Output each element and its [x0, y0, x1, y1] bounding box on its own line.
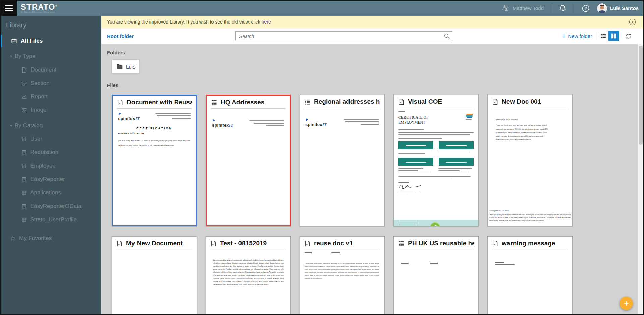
sidebar-group-label: By Catalog — [15, 122, 43, 129]
table-icon — [398, 240, 405, 247]
sidebar-item-easyreporter[interactable]: EasyReporter — [1, 173, 101, 186]
catalog-icon — [21, 136, 27, 142]
file-preview: Lorem ipsum dolor sit amet, consectetur … — [300, 250, 384, 314]
catalog-icon — [21, 150, 27, 155]
file-card-document-with-reusable[interactable]: Document with Reusabl... spinifexIT — [112, 95, 197, 226]
app-name: STRATO — [21, 2, 55, 11]
catalog-icon — [21, 163, 27, 169]
grid-view-button[interactable] — [608, 31, 619, 41]
file-preview: spinifexIT — [300, 118, 384, 226]
file-preview — [394, 250, 478, 314]
file-title: Document with Reusabl... — [127, 99, 192, 106]
catalog-icon — [21, 190, 27, 195]
address-block — [249, 119, 284, 128]
file-card-my-new-document[interactable]: My New Document — [112, 236, 197, 314]
banner-message: You are viewing the improved Library. If… — [107, 19, 260, 25]
sidebar-item-label: Applications — [30, 189, 61, 196]
current-user-menu[interactable]: Luis Santos — [597, 3, 639, 13]
file-card-hq-addresses[interactable]: HQ Addresses spinifexIT — [206, 95, 291, 226]
sidebar-item-label: My Favorites — [19, 235, 52, 242]
address-block — [155, 112, 191, 121]
old-view-link[interactable]: here — [262, 19, 271, 25]
body-paragraph: Lorem ipsum dolor sit amet, consectetur … — [305, 262, 379, 280]
file-title: HQ Addresses — [221, 99, 264, 106]
sidebar-item-label: Employee — [30, 163, 56, 169]
search-input[interactable] — [235, 31, 452, 41]
file-preview: CERTIFICATE OF EMPLOYMENT — [394, 108, 478, 226]
folder-item-luis[interactable]: Luis — [112, 59, 139, 74]
files-section-label: Files — [107, 82, 643, 88]
greeting-line: Greetings Mr./Ms. Last Name — [496, 118, 563, 120]
sidebar-item-all-files[interactable]: All Files — [1, 34, 101, 48]
file-card-reuse-doc-v1[interactable]: reuse doc v1 Lorem ipsum dolor sit amet,… — [300, 236, 385, 314]
files-grid: Document with Reusabl... spinifexIT — [101, 95, 643, 314]
app-logo: STRATO® On-Demand Document Generation — [21, 3, 57, 13]
refresh-icon[interactable] — [625, 33, 632, 40]
impersonated-user[interactable]: Matthew Todd — [501, 5, 544, 12]
top-bar: STRATO® On-Demand Document Generation Ma… — [1, 1, 643, 16]
divider — [211, 108, 286, 109]
active-item-indicator — [1, 35, 2, 47]
hamburger-menu-button[interactable] — [1, 1, 17, 16]
content-area: You are viewing the improved Library. If… — [101, 16, 643, 314]
sidebar-group-by-type[interactable]: ▾ By Type — [1, 50, 101, 63]
search-icon[interactable] — [444, 33, 450, 39]
breadcrumb[interactable]: Root folder — [107, 33, 134, 39]
sidebar-item-my-favorites[interactable]: My Favorites — [1, 232, 101, 245]
coe-title: CERTIFICATE OF EMPLOYMENT — [398, 115, 439, 125]
sidebar-item-requisition[interactable]: Requisition — [1, 146, 101, 159]
sidebar-item-easyreporterodata[interactable]: EasyReporterOData — [1, 199, 101, 213]
favorites-star-icon — [10, 236, 16, 241]
sidebar-item-label: Requisition — [30, 149, 58, 156]
signature — [398, 183, 422, 190]
sidebar-item-employee[interactable]: Employee — [1, 159, 101, 173]
sidebar-item-strato-userprofile[interactable]: Strato_UserProfile — [1, 213, 101, 226]
folder-icon — [116, 63, 123, 70]
folders-section-label: Folders — [107, 50, 643, 55]
sidebar-item-document[interactable]: Document — [1, 63, 101, 77]
file-preview: spinifexIT CERTIFICATION TO WHOM IT MAY … — [113, 112, 196, 226]
document-icon — [116, 240, 123, 247]
document-icon — [304, 240, 311, 247]
notifications-bell-icon[interactable] — [559, 4, 567, 12]
section-icon — [21, 81, 27, 86]
svg-text:?: ? — [585, 6, 587, 11]
sidebar-item-applications[interactable]: Applications — [1, 186, 101, 199]
user-switch-icon — [501, 5, 510, 12]
new-folder-button[interactable]: + New folder — [562, 32, 592, 40]
add-new-fab-button[interactable]: + — [620, 297, 633, 310]
sidebar-item-label: Strato_UserProfile — [30, 216, 77, 223]
banner-close-icon[interactable] — [629, 18, 636, 26]
library-page: STRATO® On-Demand Document Generation Ma… — [0, 0, 644, 315]
sidebar-item-label: EasyReporter — [30, 176, 65, 183]
sidebar-item-image[interactable]: Image — [1, 103, 101, 117]
help-icon[interactable]: ? — [582, 4, 590, 12]
file-preview: Lorem ipsum dolor sit amet, consectetur … — [206, 250, 290, 314]
coe-banner-row — [398, 141, 474, 149]
file-card-visual-coe[interactable]: Visual COE CERTIFICATE OF EMPLOYMENT — [393, 95, 479, 226]
report-chart-icon — [21, 94, 27, 100]
document-icon — [492, 240, 499, 247]
plus-icon: + — [562, 32, 566, 40]
body-paragraph: Thank you for all your effort and hard w… — [496, 124, 549, 141]
file-card-warning-message[interactable]: warning message — [487, 236, 573, 314]
sidebar-item-report[interactable]: Report — [1, 90, 101, 103]
file-card-regional-addresses[interactable]: Regional addresses hea... spinifexIT — [300, 95, 385, 226]
topbar-divider — [551, 3, 551, 13]
file-card-ph-uk-us-reusable[interactable]: PH UK US reusable hea... — [393, 236, 479, 314]
file-card-test-08152019[interactable]: Test - 08152019 Lorem ipsum dolor sit am… — [206, 236, 291, 314]
sidebar-group-by-catalog[interactable]: ▾ By Catalog — [1, 119, 101, 132]
certification-heading: CERTIFICATION — [113, 127, 196, 130]
sidebar-item-section[interactable]: Section — [1, 77, 101, 90]
file-preview: spinifexIT — [207, 119, 290, 226]
vertical-scrollbar[interactable] — [638, 44, 643, 314]
sidebar-item-label: Document — [31, 66, 56, 73]
topbar-right-cluster: Matthew Todd ? — [501, 3, 639, 13]
address-block — [344, 118, 379, 127]
sidebar-item-user[interactable]: User — [1, 132, 101, 146]
file-card-new-doc-001[interactable]: New Doc 001 Greetings Mr./Ms. Last Name … — [487, 95, 573, 226]
list-view-button[interactable] — [598, 31, 608, 41]
scrollbar-thumb[interactable] — [639, 46, 643, 145]
file-title: New Doc 001 — [502, 98, 541, 105]
sidebar-item-label: User — [30, 136, 42, 142]
